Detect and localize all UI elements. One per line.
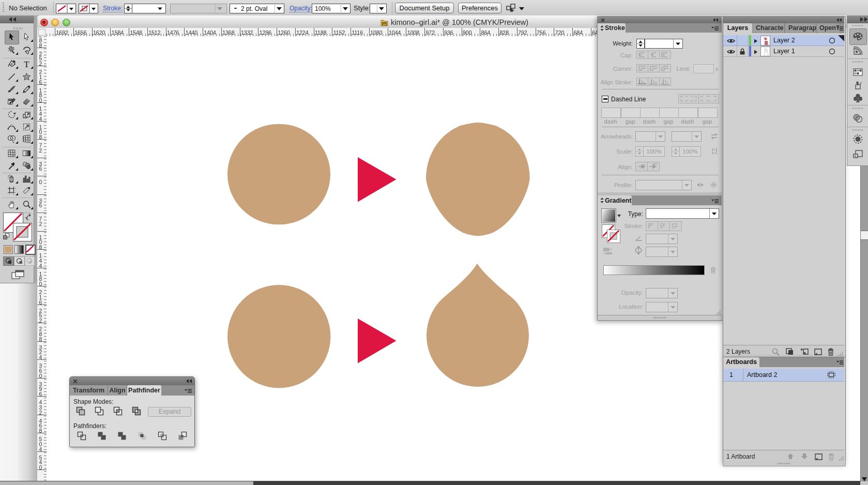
svg-text:Ai: Ai: [383, 23, 386, 26]
svg-text:T: T: [24, 59, 29, 68]
